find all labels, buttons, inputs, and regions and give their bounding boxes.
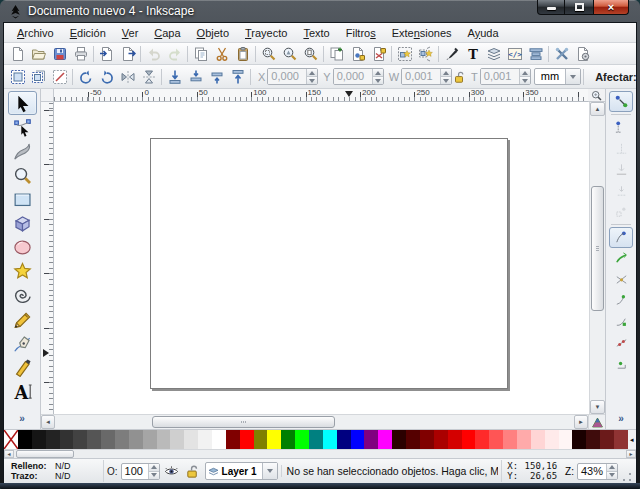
spiral-tool[interactable] <box>8 283 37 307</box>
print-button[interactable] <box>70 44 91 64</box>
snap-path-intersections-toggle[interactable] <box>609 269 633 290</box>
color-swatch[interactable] <box>600 430 614 449</box>
horizontal-ruler[interactable]: -50050100150200250300350 <box>54 89 588 102</box>
vertical-scroll-thumb[interactable] <box>591 186 604 311</box>
lower-to-bottom-button[interactable] <box>164 66 185 87</box>
menu-texto[interactable]: Texto <box>295 24 337 42</box>
menu-ayuda[interactable]: Ayuda <box>460 24 507 42</box>
calligraphy-tool[interactable] <box>8 355 37 379</box>
snap-bounding-box-toggle[interactable] <box>609 117 633 138</box>
flip-vertical-button[interactable] <box>138 66 159 87</box>
raise-to-top-button[interactable] <box>227 66 248 87</box>
ungroup-button[interactable] <box>415 44 436 64</box>
scroll-down-icon[interactable]: ▼ <box>590 400 605 414</box>
palette-end-arrow-icon[interactable]: ◄ <box>628 430 636 449</box>
menu-extensiones[interactable]: Extensiones <box>384 24 460 42</box>
x-field[interactable]: 0,000 <box>267 68 318 85</box>
node-editor-tool[interactable] <box>8 115 37 139</box>
snap-bbox-edge-midpoints-toggle[interactable] <box>609 180 633 201</box>
height-field-spin-buttons[interactable] <box>519 69 530 84</box>
color-swatch[interactable] <box>531 430 545 449</box>
scroll-up-icon[interactable]: ▲ <box>590 102 605 116</box>
zoom-selection-button[interactable] <box>258 44 279 64</box>
color-swatch[interactable] <box>392 430 406 449</box>
color-swatch[interactable] <box>101 430 115 449</box>
box-3d-tool[interactable] <box>8 211 37 235</box>
maximize-button[interactable] <box>565 0 593 15</box>
minimize-button[interactable] <box>537 0 565 15</box>
select-all-in-all-layers-button[interactable] <box>28 66 49 87</box>
y-field-spin-buttons[interactable] <box>372 69 383 84</box>
palette-scrollbar[interactable]: ◄ ► <box>4 449 636 458</box>
color-swatch[interactable] <box>448 430 462 449</box>
flip-horizontal-button[interactable] <box>117 66 138 87</box>
raise-one-step-button[interactable] <box>206 66 227 87</box>
color-swatch[interactable] <box>614 430 628 449</box>
layer-visibility-toggle[interactable] <box>163 462 181 480</box>
title-bar[interactable]: Documento nuevo 4 - Inkscape × <box>3 0 637 22</box>
color-swatch[interactable] <box>309 430 323 449</box>
document-properties-button[interactable] <box>572 44 593 64</box>
snap-bbox-edges-toggle[interactable] <box>609 138 633 159</box>
no-color-swatch[interactable] <box>4 430 18 449</box>
color-swatch[interactable] <box>337 430 351 449</box>
cut-button[interactable] <box>211 44 232 64</box>
color-swatch[interactable] <box>545 430 559 449</box>
scroll-right-icon[interactable]: ► <box>574 415 588 429</box>
color-swatch[interactable] <box>503 430 517 449</box>
snapbar-overflow-button[interactable]: » <box>618 413 624 424</box>
color-swatch[interactable] <box>157 430 171 449</box>
zoom-drawing-button[interactable] <box>279 44 300 64</box>
color-swatch[interactable] <box>378 430 392 449</box>
snap-object-centers-toggle[interactable] <box>609 353 633 374</box>
layer-lock-toggle[interactable] <box>184 462 202 480</box>
color-swatch[interactable] <box>212 430 226 449</box>
color-swatch[interactable] <box>115 430 129 449</box>
color-managed-display-toggle[interactable] <box>588 415 605 429</box>
color-swatch[interactable] <box>323 430 337 449</box>
color-swatch[interactable] <box>364 430 378 449</box>
color-swatch[interactable] <box>46 430 60 449</box>
pencil-tool[interactable] <box>8 307 37 331</box>
color-swatch[interactable] <box>73 430 87 449</box>
select-all-button[interactable] <box>7 66 28 87</box>
snap-bbox-centers-toggle[interactable] <box>609 201 633 222</box>
horizontal-scroll-thumb[interactable] <box>152 416 335 428</box>
vertical-scroll-track[interactable] <box>590 116 605 400</box>
palette-scroll-track[interactable] <box>74 450 626 458</box>
color-swatch[interactable] <box>267 430 281 449</box>
color-swatch[interactable] <box>226 430 240 449</box>
color-swatch[interactable] <box>184 430 198 449</box>
palette-scroll-thumb[interactable] <box>16 450 74 458</box>
color-swatch[interactable] <box>240 430 254 449</box>
menu-objeto[interactable]: Objeto <box>189 24 237 42</box>
rotate-cw-button[interactable] <box>96 66 117 87</box>
unlink-clone-button[interactable] <box>368 44 389 64</box>
resize-grip[interactable] <box>621 471 633 483</box>
color-swatch[interactable] <box>572 430 586 449</box>
create-clone-button[interactable] <box>347 44 368 64</box>
palette-scroll-left-icon[interactable]: ◄ <box>4 450 14 458</box>
menu-archivo[interactable]: Archivo <box>9 24 62 42</box>
opacity-spin-buttons[interactable] <box>148 464 159 479</box>
color-swatch[interactable] <box>351 430 365 449</box>
snap-paths-toggle[interactable] <box>609 248 633 269</box>
fill-stroke-dialog-button[interactable] <box>441 44 462 64</box>
width-field-spin-buttons[interactable] <box>440 69 451 84</box>
lower-one-step-button[interactable] <box>185 66 206 87</box>
deselect-button[interactable] <box>49 66 70 87</box>
color-swatch[interactable] <box>295 430 309 449</box>
scroll-left-icon[interactable]: ◄ <box>41 415 55 429</box>
color-swatch[interactable] <box>489 430 503 449</box>
color-swatch[interactable] <box>462 430 476 449</box>
tweak-tool[interactable] <box>8 139 37 163</box>
save-document-button[interactable] <box>49 44 70 64</box>
text-dialog-button[interactable]: T <box>462 44 483 64</box>
snap-line-midpoints-toggle[interactable] <box>609 332 633 353</box>
menu-ver[interactable]: Ver <box>114 24 147 42</box>
height-field[interactable]: 0,001 <box>480 68 531 85</box>
vertical-ruler[interactable] <box>41 102 54 414</box>
width-field[interactable]: 0,001 <box>401 68 452 85</box>
color-swatch[interactable] <box>60 430 74 449</box>
inkscape-preferences-button[interactable] <box>551 44 572 64</box>
